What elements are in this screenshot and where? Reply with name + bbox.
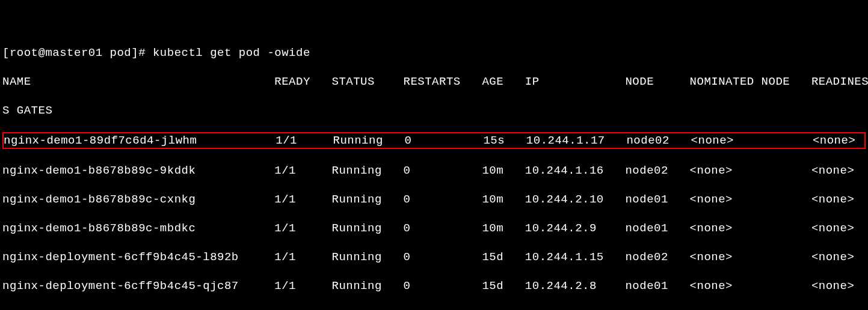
prompt[interactable]: [root@master01 pod]# [2, 46, 153, 59]
table-row: nginx-deployment-6cff9b4c45-qjc87 1/1 Ru… [2, 279, 866, 293]
terminal-line: [root@master01 pod]# kubectl get pod -ow… [2, 46, 866, 60]
table-row: nginx-deployment-6cff9b4c45-l892b 1/1 Ru… [2, 250, 866, 264]
table-row: nginx-deployment-6cff9b4c45-tcwjx 1/1 Ru… [2, 308, 866, 310]
table-header: NAME READY STATUS RESTARTS AGE IP NODE N… [2, 74, 866, 89]
command: kubectl get pod -owide [153, 46, 310, 59]
table-header: S GATES [2, 103, 866, 118]
table-row: nginx-demo1-89df7c6d4-jlwhm 1/1 Running … [2, 132, 866, 149]
table-row: nginx-demo1-b8678b89c-cxnkg 1/1 Running … [2, 192, 866, 207]
table-row: nginx-demo1-b8678b89c-mbdkc 1/1 Running … [2, 221, 866, 236]
table-row: nginx-demo1-b8678b89c-9kddk 1/1 Running … [2, 163, 866, 178]
